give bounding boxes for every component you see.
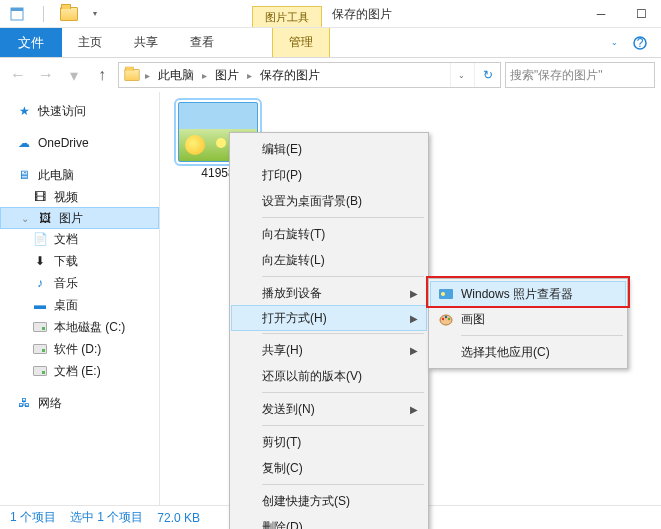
folder-icon	[124, 69, 139, 81]
tree-music[interactable]: ♪音乐	[0, 272, 159, 294]
ribbon-collapse-icon[interactable]: ⌄	[603, 32, 625, 54]
svg-point-7	[442, 318, 444, 320]
tree-label: 本地磁盘 (C:)	[54, 319, 125, 336]
tree-downloads[interactable]: ⬇下载	[0, 250, 159, 272]
status-selected: 选中 1 个项目	[70, 509, 143, 526]
submenu-choose-other[interactable]: 选择其他应用(C)	[431, 339, 625, 365]
ctx-set-desktop-bg[interactable]: 设置为桌面背景(B)	[232, 188, 426, 214]
separator	[262, 333, 424, 334]
document-icon: 📄	[32, 231, 48, 247]
tree-drive-c[interactable]: 本地磁盘 (C:)	[0, 316, 159, 338]
tree-label: 文档	[54, 231, 78, 248]
tab-home[interactable]: 主页	[62, 28, 118, 57]
separator	[262, 276, 424, 277]
network-icon: 🖧	[16, 395, 32, 411]
breadcrumb-saved[interactable]: 保存的图片	[256, 67, 324, 84]
breadcrumb-pc[interactable]: 此电脑	[154, 67, 198, 84]
separator	[262, 425, 424, 426]
ctx-open-with[interactable]: 打开方式(H)▶	[231, 305, 427, 331]
submenu-windows-photo-viewer[interactable]: Windows 照片查看器	[430, 281, 626, 307]
search-input[interactable]: 搜索"保存的图片"	[505, 62, 655, 88]
separator	[262, 392, 424, 393]
navigation-tree: ★快速访问 ☁OneDrive 🖥此电脑 🎞视频 ⌄🖼图片 📄文档 ⬇下载 ♪音…	[0, 92, 160, 505]
ctx-share[interactable]: 共享(H)▶	[232, 337, 426, 363]
tree-drive-e[interactable]: 文档 (E:)	[0, 360, 159, 382]
chevron-right-icon[interactable]: ▸	[200, 70, 209, 81]
ctx-label: 共享(H)	[262, 342, 303, 359]
ctx-label: 打开方式(H)	[262, 310, 327, 327]
ribbon-tabs: 文件 主页 共享 查看 管理 ⌄ ?	[0, 28, 661, 58]
minimize-button[interactable]: ─	[581, 0, 621, 27]
qat-divider	[32, 3, 54, 25]
tree-onedrive[interactable]: ☁OneDrive	[0, 132, 159, 154]
tree-documents[interactable]: 📄文档	[0, 228, 159, 250]
ctx-delete[interactable]: 删除(D)	[232, 514, 426, 529]
properties-icon[interactable]	[6, 3, 28, 25]
tree-this-pc[interactable]: 🖥此电脑	[0, 164, 159, 186]
chevron-right-icon[interactable]: ▸	[143, 70, 152, 81]
tree-label: 音乐	[54, 275, 78, 292]
tree-pictures[interactable]: ⌄🖼图片	[0, 207, 159, 229]
title-bar: ▾ 图片工具 保存的图片 ─ ☐	[0, 0, 661, 28]
paint-icon	[437, 310, 455, 328]
tree-label: 下载	[54, 253, 78, 270]
tree-label: 软件 (D:)	[54, 341, 101, 358]
tree-label: 快速访问	[38, 103, 86, 120]
ctx-copy[interactable]: 复制(C)	[232, 455, 426, 481]
ctx-send-to[interactable]: 发送到(N)▶	[232, 396, 426, 422]
chevron-right-icon[interactable]: ▸	[245, 70, 254, 81]
tree-network[interactable]: 🖧网络	[0, 392, 159, 414]
refresh-icon[interactable]: ↻	[474, 63, 500, 87]
picture-icon: 🖼	[37, 210, 53, 226]
tree-desktop[interactable]: ▬桌面	[0, 294, 159, 316]
status-item-count: 1 个项目	[10, 509, 56, 526]
navigation-bar: ← → ▾ ↑ ▸ 此电脑 ▸ 图片 ▸ 保存的图片 ⌄ ↻ 搜索"保存的图片"	[0, 58, 661, 92]
submenu-paint[interactable]: 画图	[431, 306, 625, 332]
tab-file[interactable]: 文件	[0, 28, 62, 57]
ctx-cut[interactable]: 剪切(T)	[232, 429, 426, 455]
chevron-down-icon[interactable]: ⌄	[21, 213, 31, 224]
ctx-restore-previous[interactable]: 还原以前的版本(V)	[232, 363, 426, 389]
drive-icon	[32, 363, 48, 379]
submenu-arrow-icon: ▶	[410, 313, 418, 324]
ctx-print[interactable]: 打印(P)	[232, 162, 426, 188]
tree-label: OneDrive	[38, 136, 89, 150]
tab-share[interactable]: 共享	[118, 28, 174, 57]
up-button[interactable]: ↑	[90, 63, 114, 87]
ctx-create-shortcut[interactable]: 创建快捷方式(S)	[232, 488, 426, 514]
maximize-button[interactable]: ☐	[621, 0, 661, 27]
tree-quick-access[interactable]: ★快速访问	[0, 100, 159, 122]
back-button[interactable]: ←	[6, 63, 30, 87]
ctx-label: 播放到设备	[262, 285, 322, 302]
open-with-submenu: Windows 照片查看器 画图 选择其他应用(C)	[428, 278, 628, 369]
tree-label: 视频	[54, 189, 78, 206]
address-dropdown-icon[interactable]: ⌄	[450, 63, 472, 87]
ctx-cast-to-device[interactable]: 播放到设备▶	[232, 280, 426, 306]
video-icon: 🎞	[32, 189, 48, 205]
ctx-rotate-left[interactable]: 向左旋转(L)	[232, 247, 426, 273]
ctx-rotate-right[interactable]: 向右旋转(T)	[232, 221, 426, 247]
separator	[262, 217, 424, 218]
tree-drive-d[interactable]: 软件 (D:)	[0, 338, 159, 360]
help-icon[interactable]: ?	[629, 32, 651, 54]
monitor-icon: 🖥	[16, 167, 32, 183]
submenu-arrow-icon: ▶	[410, 288, 418, 299]
ctx-edit[interactable]: 编辑(E)	[232, 136, 426, 162]
tab-view[interactable]: 查看	[174, 28, 230, 57]
forward-button[interactable]: →	[34, 63, 58, 87]
cloud-icon: ☁	[16, 135, 32, 151]
new-folder-icon[interactable]	[58, 3, 80, 25]
submenu-arrow-icon: ▶	[410, 404, 418, 415]
qat-dropdown-icon[interactable]: ▾	[84, 3, 106, 25]
window-controls: ─ ☐	[581, 0, 661, 27]
address-bar[interactable]: ▸ 此电脑 ▸ 图片 ▸ 保存的图片 ⌄ ↻	[118, 62, 501, 88]
download-icon: ⬇	[32, 253, 48, 269]
tree-videos[interactable]: 🎞视频	[0, 186, 159, 208]
drive-icon	[32, 341, 48, 357]
window-title: 保存的图片	[322, 0, 402, 27]
history-dropdown-icon[interactable]: ▾	[62, 63, 86, 87]
submenu-arrow-icon: ▶	[410, 345, 418, 356]
breadcrumb-pictures[interactable]: 图片	[211, 67, 243, 84]
tab-manage[interactable]: 管理	[272, 28, 330, 57]
svg-point-8	[445, 316, 447, 318]
